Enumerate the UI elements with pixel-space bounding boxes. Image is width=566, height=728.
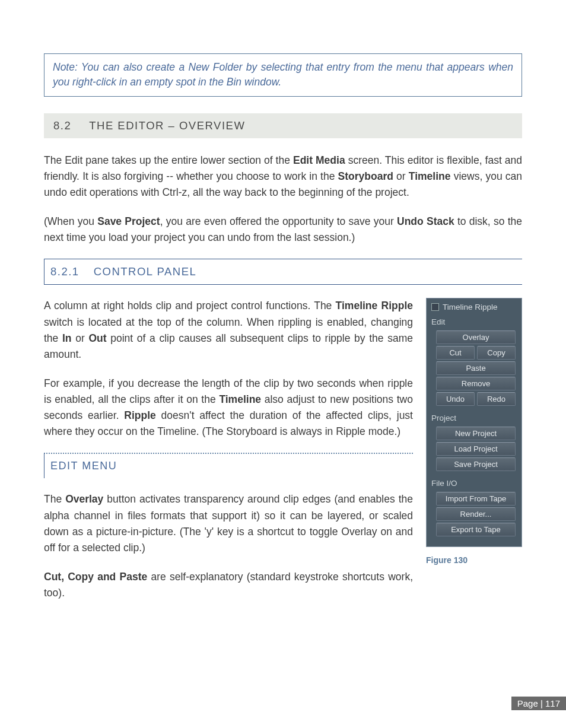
control-panel: Timeline Ripple Edit Overlay Cut Copy Pa… — [426, 298, 522, 547]
timeline-ripple-toggle[interactable]: Timeline Ripple — [430, 301, 518, 315]
render-button[interactable]: Render... — [436, 507, 516, 521]
file-io-group-label: File I/O — [430, 476, 518, 489]
import-from-tape-button[interactable]: Import From Tape — [436, 492, 516, 506]
export-to-tape-button[interactable]: Export to Tape — [436, 523, 516, 536]
paragraph: Cut, Copy and Paste are self-explanatory… — [44, 569, 413, 601]
overlay-button[interactable]: Overlay — [436, 330, 516, 344]
section-number: 8.2.1 — [50, 265, 80, 278]
save-project-button[interactable]: Save Project — [436, 457, 516, 471]
redo-button[interactable]: Redo — [477, 392, 516, 406]
section-heading-8-2-1: 8.2.1CONTROL PANEL — [44, 259, 522, 285]
ripple-label: Timeline Ripple — [443, 303, 498, 311]
figure-caption: Figure 130 — [426, 555, 522, 565]
remove-button[interactable]: Remove — [436, 377, 516, 390]
new-project-button[interactable]: New Project — [436, 427, 516, 440]
section-heading-8-2: 8.2THE EDITOR – OVERVIEW — [44, 113, 522, 138]
undo-button[interactable]: Undo — [436, 392, 475, 406]
page-number: Page | 117 — [511, 697, 566, 710]
copy-button[interactable]: Copy — [477, 346, 516, 360]
paragraph: For example, if you decrease the length … — [44, 376, 413, 440]
project-group-label: Project — [430, 411, 518, 424]
note-text: Note: You can also create a New Folder b… — [53, 61, 513, 88]
section-number: 8.2 — [53, 119, 71, 132]
note-box: Note: You can also create a New Folder b… — [44, 53, 522, 97]
paragraph: (When you Save Project, you are even off… — [44, 214, 522, 246]
section-heading-edit-menu: EDIT MENU — [44, 453, 413, 478]
load-project-button[interactable]: Load Project — [436, 442, 516, 456]
edit-group-label: Edit — [430, 315, 518, 328]
section-title: EDIT MENU — [50, 460, 117, 472]
section-title: CONTROL PANEL — [94, 265, 197, 278]
section-title: THE EDITOR – OVERVIEW — [89, 119, 245, 132]
paragraph: The Edit pane takes up the entire lower … — [44, 152, 522, 201]
paste-button[interactable]: Paste — [436, 361, 516, 375]
cut-button[interactable]: Cut — [436, 346, 475, 360]
paragraph: The Overlay button activates transparenc… — [44, 491, 413, 556]
checkbox-icon — [431, 303, 439, 311]
paragraph: A column at right holds clip and project… — [44, 298, 413, 363]
